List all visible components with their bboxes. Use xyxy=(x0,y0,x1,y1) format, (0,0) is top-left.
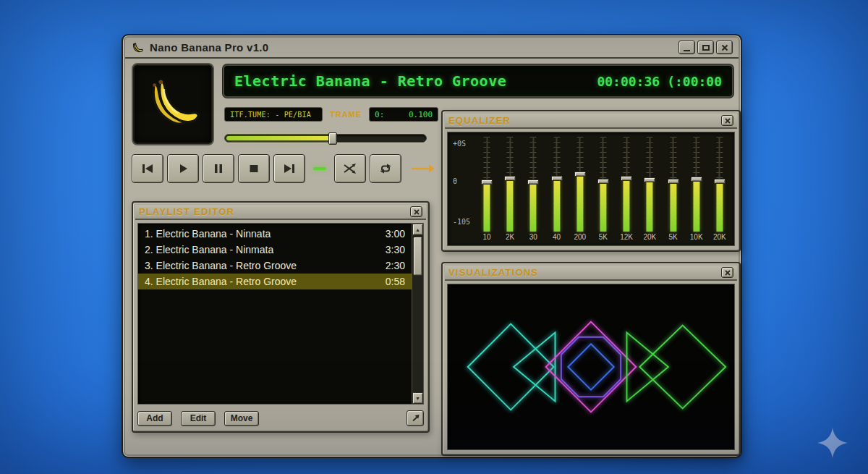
shuffle-button[interactable] xyxy=(334,154,366,183)
frame-value: 0.100 xyxy=(409,110,433,119)
time-current: 00:00:36 xyxy=(597,74,660,89)
visualizations-titlebar[interactable]: VISUALIZATIONS xyxy=(445,266,737,281)
eq-handle[interactable] xyxy=(668,179,679,184)
status-row: ITF.TUME: - PE/BIA TRAME 0: 0.100 xyxy=(224,107,438,122)
eq-handle[interactable] xyxy=(551,176,563,181)
playlist-close-button[interactable] xyxy=(410,206,422,217)
pause-button[interactable] xyxy=(203,154,234,183)
close-icon xyxy=(725,270,731,276)
visualizations-close-button[interactable] xyxy=(721,267,733,278)
album-art xyxy=(132,63,214,145)
eq-band-label: 2K xyxy=(506,233,514,242)
eq-slider[interactable] xyxy=(527,137,539,232)
minimize-button[interactable] xyxy=(678,41,695,54)
playlist-footer: AddEditMove xyxy=(137,410,424,427)
playlist-row[interactable]: 2. Electric Banana - Ninmata3:30 xyxy=(138,242,412,258)
eq-band-label: 5K xyxy=(599,233,608,242)
scroll-thumb[interactable] xyxy=(413,237,422,276)
eq-band: 20K xyxy=(641,137,658,242)
eq-fill xyxy=(484,182,490,232)
eq-slider[interactable] xyxy=(668,137,679,232)
eq-handle[interactable] xyxy=(714,179,726,184)
maximize-button[interactable] xyxy=(697,41,714,54)
equalizer-panel: EQUALIZER +0S 0 -105 102K30402005K12K20K… xyxy=(441,110,741,252)
seek-handle[interactable] xyxy=(328,132,337,145)
playlist-row[interactable]: 4. Electric Banana - Retro Groove0:58 xyxy=(138,274,412,289)
eq-band: 200 xyxy=(571,137,589,242)
playlist-row[interactable]: 3. Electric Banana - Retro Groove2:30 xyxy=(138,258,412,274)
stop-icon xyxy=(247,163,260,174)
eq-handle[interactable] xyxy=(597,179,609,184)
playlist-titlebar[interactable]: PLAYLIST EDITOR xyxy=(135,205,426,220)
eq-band: 20K xyxy=(711,137,728,242)
eq-fill xyxy=(553,179,560,232)
move-button[interactable]: Move xyxy=(224,411,259,426)
playlist-row[interactable]: 1. Electric Banana - Ninnata3:00 xyxy=(138,226,412,242)
edit-button[interactable]: Edit xyxy=(181,411,216,426)
equalizer-content: +0S 0 -105 102K30402005K12K20K5K10K20K xyxy=(447,132,735,246)
eq-handle[interactable] xyxy=(481,179,493,185)
eq-fill xyxy=(530,182,537,232)
eq-band: 12K xyxy=(618,137,635,242)
eq-band: 2K xyxy=(501,137,519,242)
close-button[interactable] xyxy=(716,41,733,54)
play-button[interactable] xyxy=(167,154,199,183)
banana-logo-icon xyxy=(141,72,205,136)
track-duration: 2:30 xyxy=(380,260,405,271)
eq-fill xyxy=(576,174,583,232)
eq-handle[interactable] xyxy=(621,176,632,181)
eq-handle[interactable] xyxy=(527,179,539,185)
playlist-scrollbar[interactable]: ▲ ▼ xyxy=(412,224,423,404)
eq-slider[interactable] xyxy=(691,137,702,232)
eq-slider[interactable] xyxy=(504,137,516,232)
eq-slider[interactable] xyxy=(481,137,493,232)
lcd-display: Electric Banana - Retro Groove 00:00:36 … xyxy=(223,64,733,98)
stop-button[interactable] xyxy=(238,154,270,183)
track-duration: 3:00 xyxy=(380,228,405,240)
scroll-track[interactable] xyxy=(412,235,423,392)
equalizer-titlebar[interactable]: EQUALIZER xyxy=(445,114,737,129)
repeat-icon xyxy=(379,163,392,174)
eq-band: 30 xyxy=(524,137,542,242)
eq-handle[interactable] xyxy=(644,177,655,182)
scroll-down-button[interactable]: ▼ xyxy=(412,392,423,404)
eq-slider[interactable] xyxy=(574,137,586,232)
next-button[interactable] xyxy=(273,154,305,183)
player-window: Nano Banana Pro v1.0 Electric Banana - R… xyxy=(122,34,742,458)
equalizer-title: EQUALIZER xyxy=(448,115,511,126)
track-label: 2. Electric Banana - Ninmata xyxy=(145,244,273,255)
eq-slider[interactable] xyxy=(621,137,632,232)
eq-slider[interactable] xyxy=(644,137,655,232)
eq-slider[interactable] xyxy=(597,137,609,232)
repeat-button[interactable] xyxy=(370,154,401,183)
add-button[interactable]: Add xyxy=(137,411,172,426)
eq-slider[interactable] xyxy=(714,137,726,232)
eq-scale-top: +0S xyxy=(453,140,466,148)
scroll-up-button[interactable]: ▲ xyxy=(412,224,423,235)
eq-fill xyxy=(507,179,514,232)
eq-bands: 102K30402005K12K20K5K10K20K xyxy=(478,137,728,242)
eq-band: 5K xyxy=(595,137,612,242)
eq-handle[interactable] xyxy=(691,177,702,182)
desktop: Nano Banana Pro v1.0 Electric Banana - R… xyxy=(0,0,868,474)
titlebar[interactable]: Nano Banana Pro v1.0 xyxy=(125,38,739,59)
track-label: 1. Electric Banana - Ninnata xyxy=(145,228,271,240)
eq-band-label: 30 xyxy=(529,233,537,242)
eq-handle[interactable] xyxy=(574,172,586,177)
previous-button[interactable] xyxy=(132,154,163,183)
previous-icon xyxy=(141,163,154,174)
eq-handle[interactable] xyxy=(504,176,516,181)
resize-grip[interactable] xyxy=(407,410,424,426)
playlist-buttons: AddEditMove xyxy=(137,411,259,426)
status-info-text: ITF.TUME: - PE/BIA xyxy=(230,111,311,119)
equalizer-close-button[interactable] xyxy=(721,115,733,126)
seek-bar[interactable] xyxy=(224,134,427,143)
track-label: 4. Electric Banana - Retro Groove xyxy=(145,276,297,287)
eq-band: 40 xyxy=(548,137,566,242)
shuffle-icon xyxy=(344,163,357,174)
eq-band: 10 xyxy=(478,137,495,242)
visualizations-panel: VISUALIZATIONS xyxy=(441,262,741,456)
arrow-icon xyxy=(411,164,435,174)
next-icon xyxy=(283,163,296,174)
eq-slider[interactable] xyxy=(551,137,563,232)
